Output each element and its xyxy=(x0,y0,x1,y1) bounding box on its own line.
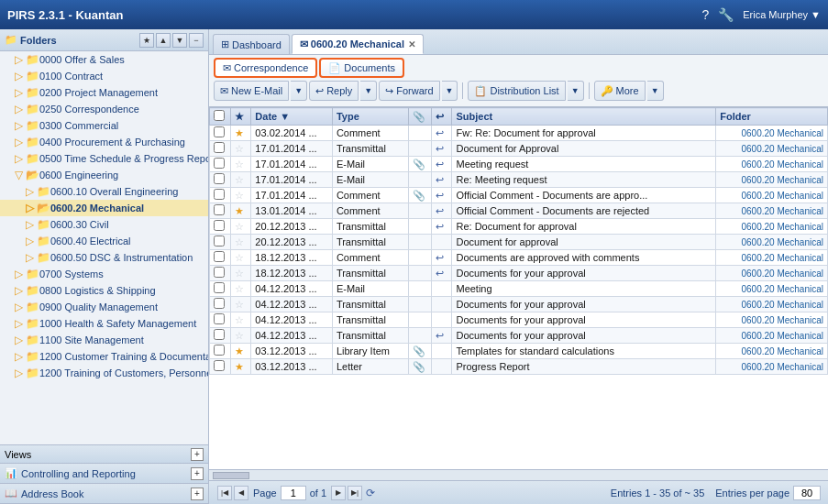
table-row[interactable]: ☆ 04.12.2013 ... Transmittal Documents f… xyxy=(210,312,828,328)
last-page-btn[interactable]: ▶| xyxy=(348,486,362,500)
table-row[interactable]: ★ 03.12.2013 ... Letter 📎 Progress Repor… xyxy=(210,359,828,375)
entries-per-page-input[interactable] xyxy=(793,486,821,500)
tab-dashboard[interactable]: ⊞ Dashboard xyxy=(213,34,290,54)
controlling-add-btn[interactable]: + xyxy=(191,467,204,480)
row-check[interactable] xyxy=(210,203,231,219)
row-star[interactable]: ☆ xyxy=(231,157,251,172)
table-row[interactable]: ☆ 17.01.2014 ... Comment 📎 ↩ Official Co… xyxy=(210,188,828,203)
settings-icon[interactable]: 🔧 xyxy=(718,7,734,22)
sidebar-item-0200[interactable]: ▷ 📁 0200 Project Management xyxy=(0,84,208,101)
sidebar-controlling[interactable]: 📊 Controlling and Reporting + xyxy=(0,464,208,484)
row-check[interactable] xyxy=(210,297,231,312)
table-row[interactable]: ☆ 04.12.2013 ... Transmittal Documents f… xyxy=(210,297,828,312)
table-row[interactable]: ☆ 20.12.2013 ... Transmittal Document fo… xyxy=(210,235,828,250)
help-icon[interactable]: ? xyxy=(701,7,709,22)
refresh-btn[interactable]: ⟳ xyxy=(363,486,378,500)
col-header-reply[interactable]: ↩ xyxy=(432,108,452,126)
col-header-attach[interactable]: 📎 xyxy=(408,108,431,126)
col-header-subject[interactable]: Subject xyxy=(452,108,716,126)
documents-tab-btn[interactable]: 📄 Documents xyxy=(319,58,404,78)
table-row[interactable]: ☆ 17.01.2014 ... E-Mail ↩ Re: Meeting re… xyxy=(210,172,828,188)
sidebar-item-0900[interactable]: ▷ 📁 0900 Quality Management xyxy=(0,299,208,315)
row-check[interactable] xyxy=(210,157,231,172)
col-header-date[interactable]: Date ▼ xyxy=(251,108,333,126)
row-check[interactable] xyxy=(210,126,231,141)
new-email-dropdown[interactable]: ▼ xyxy=(291,81,307,101)
sidebar-item-0400[interactable]: ▷ 📁 0400 Procurement & Purchasing xyxy=(0,134,208,150)
sidebar-item-0500[interactable]: ▷ 📁 0500 Time Schedule & Progress Repo..… xyxy=(0,150,208,167)
col-header-type[interactable]: Type xyxy=(332,108,408,126)
row-star[interactable]: ☆ xyxy=(231,188,251,203)
row-star[interactable]: ☆ xyxy=(231,250,251,266)
row-check[interactable] xyxy=(210,235,231,250)
sidebar-item-0600-20[interactable]: ▷ 📂 0600.20 Mechanical xyxy=(0,200,208,216)
row-check[interactable] xyxy=(210,219,231,235)
sidebar-item-0000[interactable]: ▷ 📁 0000 Offer & Sales xyxy=(0,51,208,68)
sidebar-item-1000[interactable]: ▷ 📁 1000 Health & Safety Management xyxy=(0,315,208,332)
sidebar-item-0600-30[interactable]: ▷ 📁 0600.30 Civil xyxy=(0,216,208,233)
h-scroll-thumb[interactable] xyxy=(213,472,249,479)
sidebar-addressbook[interactable]: 📖 Address Book + xyxy=(0,484,208,504)
row-star[interactable]: ☆ xyxy=(231,141,251,157)
distribution-list-btn[interactable]: 📋 Distribution List xyxy=(468,81,565,101)
row-star[interactable]: ☆ xyxy=(231,297,251,312)
reply-dropdown[interactable]: ▼ xyxy=(360,81,377,101)
row-star[interactable]: ★ xyxy=(231,344,251,359)
first-page-btn[interactable]: |◀ xyxy=(217,486,232,500)
sidebar-item-0300[interactable]: ▷ 📁 0300 Commercial xyxy=(0,117,208,134)
sidebar-item-1100[interactable]: ▷ 📁 1100 Site Management xyxy=(0,332,208,348)
forward-btn[interactable]: ↪ Forward xyxy=(379,81,439,101)
sidebar-item-0600-10[interactable]: ▷ 📁 0600.10 Overall Engineering xyxy=(0,183,208,200)
sidebar-item-1200b[interactable]: ▷ 📁 1200 Training of Customers, Personne… xyxy=(0,365,208,381)
row-check[interactable] xyxy=(210,359,231,375)
table-row[interactable]: ☆ 18.12.2013 ... Comment ↩ Documents are… xyxy=(210,250,828,266)
views-add-btn[interactable]: + xyxy=(191,448,204,461)
row-check[interactable] xyxy=(210,281,231,297)
user-menu[interactable]: Erica Murphey ▼ xyxy=(743,9,821,20)
new-email-btn[interactable]: ✉ New E-Mail xyxy=(214,81,289,101)
prev-page-btn[interactable]: ◀ xyxy=(234,486,248,500)
sidebar-down-btn[interactable]: ▼ xyxy=(172,33,187,48)
table-row[interactable]: ☆ 18.12.2013 ... Transmittal ↩ Documents… xyxy=(210,266,828,281)
row-star[interactable]: ☆ xyxy=(231,281,251,297)
table-row[interactable]: ★ 03.02.2014 ... Comment ↩ Fw: Re: Docum… xyxy=(210,126,828,141)
row-check[interactable] xyxy=(210,344,231,359)
sidebar-views[interactable]: Views + xyxy=(0,445,208,464)
table-row[interactable]: ★ 13.01.2014 ... Comment ↩ Official Comm… xyxy=(210,203,828,219)
row-star[interactable]: ☆ xyxy=(231,219,251,235)
distribution-dropdown[interactable]: ▼ xyxy=(568,81,584,101)
row-star[interactable]: ☆ xyxy=(231,328,251,344)
addressbook-add-btn[interactable]: + xyxy=(191,488,204,500)
table-row[interactable]: ☆ 17.01.2014 ... E-Mail 📎 ↩ Meeting requ… xyxy=(210,157,828,172)
row-star[interactable]: ★ xyxy=(231,203,251,219)
row-check[interactable] xyxy=(210,172,231,188)
col-header-star[interactable]: ★ xyxy=(231,108,251,126)
row-check[interactable] xyxy=(210,266,231,281)
sidebar-item-0100[interactable]: ▷ 📁 0100 Contract xyxy=(0,68,208,84)
row-star[interactable]: ☆ xyxy=(231,266,251,281)
forward-dropdown[interactable]: ▼ xyxy=(442,81,458,101)
table-row[interactable]: ☆ 04.12.2013 ... Transmittal ↩ Documents… xyxy=(210,328,828,344)
sidebar-item-0600-50[interactable]: ▷ 📁 0600.50 DSC & Instrumentation xyxy=(0,249,208,266)
sidebar-up-btn[interactable]: ▲ xyxy=(156,33,171,48)
sidebar-item-0800[interactable]: ▷ 📁 0800 Logistics & Shipping xyxy=(0,282,208,299)
more-btn[interactable]: 🔑 More xyxy=(594,81,646,101)
correspondence-tab-btn[interactable]: ✉ Correspondence xyxy=(214,58,317,78)
row-star[interactable]: ☆ xyxy=(231,312,251,328)
row-star[interactable]: ★ xyxy=(231,359,251,375)
table-row[interactable]: ☆ 17.01.2014 ... Transmittal ↩ Document … xyxy=(210,141,828,157)
sidebar-item-1200[interactable]: ▷ 📁 1200 Customer Training & Documenta..… xyxy=(0,348,208,365)
table-row[interactable]: ☆ 04.12.2013 ... E-Mail Meeting 0600.20 … xyxy=(210,281,828,297)
sidebar-new-btn[interactable]: ★ xyxy=(139,33,154,48)
reply-btn[interactable]: ↩ Reply xyxy=(309,81,359,101)
tab-mechanical[interactable]: ✉ 0600.20 Mechanical ✕ xyxy=(292,34,424,54)
tab-close-btn[interactable]: ✕ xyxy=(408,39,415,49)
col-header-folder[interactable]: Folder xyxy=(716,108,828,126)
table-row[interactable]: ★ 03.12.2013 ... Library Item 📎 Template… xyxy=(210,344,828,359)
sidebar-item-0600-40[interactable]: ▷ 📁 0600.40 Electrical xyxy=(0,233,208,249)
next-page-btn[interactable]: ▶ xyxy=(331,486,346,500)
page-input[interactable] xyxy=(281,486,306,500)
more-dropdown[interactable]: ▼ xyxy=(647,81,664,101)
sidebar-item-0250[interactable]: ▷ 📁 0250 Correspondence xyxy=(0,101,208,117)
row-star[interactable]: ★ xyxy=(231,126,251,141)
